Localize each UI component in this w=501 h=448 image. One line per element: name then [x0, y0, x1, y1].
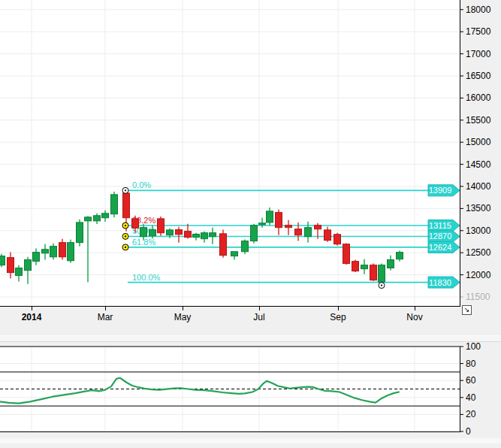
candle-body — [140, 228, 147, 237]
price-axis-label: 15500 — [466, 115, 491, 126]
fib-anchor-point[interactable] — [122, 233, 128, 239]
indicator-panel[interactable]: 100806040200 — [0, 342, 501, 448]
time-axis-tick — [338, 307, 339, 310]
candle-body — [267, 211, 273, 222]
candle-body — [16, 268, 23, 275]
panel-splitter[interactable] — [0, 335, 501, 342]
price-axis-label: 17500 — [466, 26, 491, 37]
candle-body — [231, 252, 238, 256]
price-axis-label: 18000 — [466, 5, 491, 15]
candle-body — [276, 213, 282, 228]
candle-body — [167, 230, 174, 235]
price-tag: 13115 — [428, 220, 460, 232]
candle-body — [361, 265, 368, 269]
candlestick — [352, 260, 359, 272]
time-axis-label: Sep — [330, 312, 346, 322]
anchor-dot — [125, 247, 126, 248]
candle-body — [33, 253, 40, 262]
candle-body — [102, 213, 109, 218]
time-axis-label: Nov — [406, 312, 422, 322]
candle-body — [259, 223, 266, 225]
fib-level-label: 61.8% — [132, 238, 155, 247]
candle-body — [111, 195, 118, 214]
time-axis-label: May — [174, 312, 192, 322]
price-axis-label: 13000 — [466, 226, 491, 236]
price-tag-text: 13115 — [429, 221, 451, 230]
price-axis-label: 12500 — [466, 247, 491, 258]
rsi-chart[interactable]: 100806040200 — [0, 342, 501, 448]
time-axis[interactable]: 2014MarMayJulSepNov — [0, 307, 501, 335]
candlestick — [343, 244, 350, 265]
anchor-dot — [125, 235, 126, 237]
candle-body — [0, 256, 5, 265]
time-axis-tick — [32, 307, 32, 310]
candle-body — [176, 230, 183, 235]
candle-body — [295, 229, 302, 235]
candle-body — [50, 247, 57, 257]
candle-body — [315, 226, 321, 229]
candle-body — [220, 234, 227, 256]
price-axis-label: 14500 — [466, 159, 491, 170]
time-axis-tick — [183, 307, 183, 310]
candle-body — [25, 260, 32, 271]
price-axis-label: 12000 — [466, 270, 491, 280]
price-axis-label: 14000 — [466, 181, 491, 192]
candle-body — [324, 230, 331, 241]
candle-body — [185, 232, 192, 238]
price-tag-text: 13909 — [429, 186, 452, 195]
time-axis-tick — [415, 307, 415, 310]
fib-level-label: 100.0% — [132, 273, 161, 282]
candlestick — [77, 219, 83, 247]
price-tag: 13909 — [428, 185, 460, 196]
candle-body — [149, 230, 156, 236]
candle-body — [352, 262, 359, 271]
oscillator-axis-label: 40 — [466, 392, 476, 403]
price-tag: 11830 — [428, 277, 460, 288]
candle-body — [42, 250, 49, 253]
candle-body — [370, 265, 377, 280]
oscillator-axis-label: 0 — [466, 426, 471, 437]
candlestick — [220, 230, 227, 258]
price-tag-text: 12624 — [429, 243, 452, 252]
oscillator-axis-label: 100 — [466, 342, 481, 352]
candle-body — [305, 228, 312, 237]
candle-body — [379, 265, 385, 282]
oscillator-axis-label: 20 — [466, 409, 476, 419]
candle-body — [94, 216, 101, 221]
candle-body — [388, 260, 394, 268]
fib-anchor-point[interactable] — [122, 187, 128, 193]
candle-body — [242, 241, 249, 252]
price-tag: 12870 — [428, 231, 460, 242]
resize-grip[interactable]: ↘ — [462, 305, 472, 315]
candlestick — [242, 240, 249, 254]
candlestick-chart[interactable]: 1800017500170001650016000155001500014500… — [0, 0, 501, 307]
chart-window: 1800017500170001650016000155001500014500… — [0, 0, 501, 448]
candle-body — [201, 233, 208, 239]
price-axis-label: 15000 — [466, 137, 491, 147]
bottom-strip — [0, 438, 501, 443]
fib-anchor-point[interactable] — [379, 283, 385, 289]
time-axis-tick — [259, 307, 260, 310]
candle-body — [68, 243, 74, 261]
candle-body — [285, 226, 292, 228]
candle-body — [8, 258, 14, 273]
candlestick — [334, 233, 341, 246]
main-chart-panel[interactable]: 1800017500170001650016000155001500014500… — [0, 0, 501, 307]
candle-body — [251, 226, 258, 241]
candle-body — [85, 217, 92, 221]
time-axis-tick — [105, 307, 106, 310]
fib-anchor-point[interactable] — [122, 244, 128, 250]
anchor-dot — [125, 189, 126, 191]
price-axis-label: 17000 — [466, 49, 491, 59]
price-axis-label: 16000 — [466, 92, 491, 103]
anchor-dot — [125, 225, 126, 226]
price-tag-text: 11830 — [429, 278, 451, 287]
fib-anchor-point[interactable] — [122, 222, 128, 229]
candle-body — [343, 244, 350, 264]
price-axis[interactable] — [460, 0, 501, 307]
oscillator-axis-label: 80 — [466, 359, 476, 369]
candle-body — [158, 219, 164, 233]
candle-body — [397, 253, 403, 259]
candle-body — [59, 243, 66, 257]
candle-body — [334, 235, 341, 244]
